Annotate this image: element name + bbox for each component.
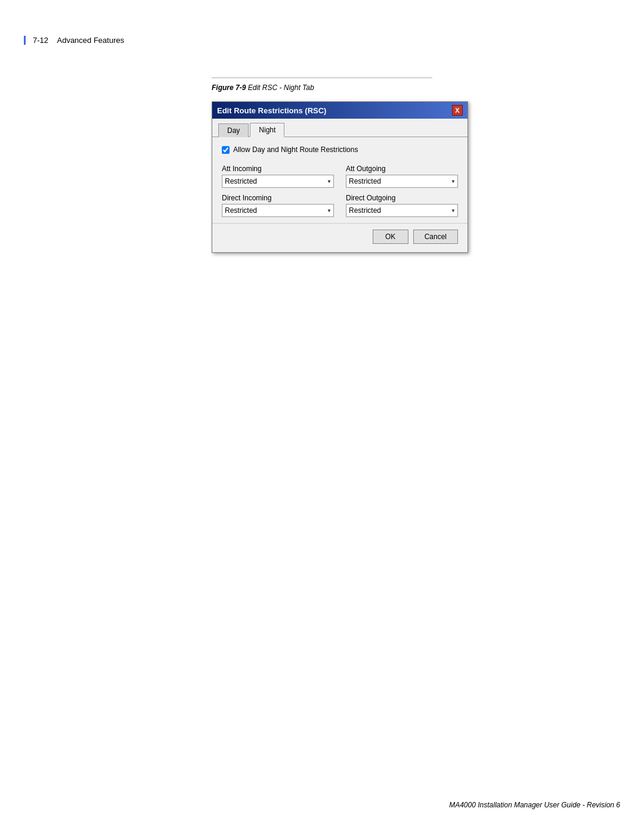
dialog-body: Allow Day and Night Route Restrictions A…	[212, 137, 467, 223]
ok-button[interactable]: OK	[373, 230, 408, 244]
figure-caption-text: Edit RSC - Night Tab	[248, 83, 314, 92]
page-header: 7-12 Advanced Features	[24, 36, 620, 45]
direct-outgoing-select-wrapper: Restricted Allowed None	[346, 204, 458, 217]
att-outgoing-group: Att Outgoing Restricted Allowed None	[346, 165, 458, 188]
chapter-title: Advanced Features	[57, 36, 124, 45]
page-footer: MA4000 Installation Manager User Guide -…	[449, 801, 620, 809]
fields-grid: Att Incoming Restricted Allowed None Att…	[222, 165, 458, 217]
dialog-footer: OK Cancel	[212, 223, 467, 252]
tab-day[interactable]: Day	[218, 123, 249, 137]
checkbox-label: Allow Day and Night Route Restrictions	[233, 145, 358, 154]
dialog: Edit Route Restrictions (RSC) X Day Nigh…	[212, 101, 468, 253]
checkbox-row: Allow Day and Night Route Restrictions	[222, 145, 458, 154]
att-outgoing-label: Att Outgoing	[346, 165, 458, 173]
figure-label: Figure 7-9	[212, 83, 246, 92]
att-outgoing-select-wrapper: Restricted Allowed None	[346, 175, 458, 188]
chapter-number: 7-12	[33, 36, 48, 45]
direct-outgoing-select[interactable]: Restricted Allowed None	[346, 204, 458, 217]
direct-outgoing-group: Direct Outgoing Restricted Allowed None	[346, 194, 458, 217]
dialog-close-button[interactable]: X	[452, 105, 463, 116]
att-incoming-group: Att Incoming Restricted Allowed None	[222, 165, 334, 188]
att-outgoing-select[interactable]: Restricted Allowed None	[346, 175, 458, 188]
att-incoming-label: Att Incoming	[222, 165, 334, 173]
figure-caption: Figure 7-9 Edit RSC - Night Tab	[212, 83, 314, 92]
direct-outgoing-label: Direct Outgoing	[346, 194, 458, 202]
direct-incoming-label: Direct Incoming	[222, 194, 334, 202]
direct-incoming-group: Direct Incoming Restricted Allowed None	[222, 194, 334, 217]
tab-night[interactable]: Night	[250, 123, 284, 137]
direct-incoming-select-wrapper: Restricted Allowed None	[222, 204, 334, 217]
dialog-title: Edit Route Restrictions (RSC)	[217, 106, 326, 115]
dialog-titlebar: Edit Route Restrictions (RSC) X	[212, 102, 467, 119]
tabs-row: Day Night	[212, 119, 467, 137]
att-incoming-select[interactable]: Restricted Allowed None	[222, 175, 334, 188]
header-divider	[212, 78, 432, 78]
footer-text: MA4000 Installation Manager User Guide -…	[449, 801, 620, 809]
direct-incoming-select[interactable]: Restricted Allowed None	[222, 204, 334, 217]
allow-restrictions-checkbox[interactable]	[222, 146, 230, 154]
cancel-button[interactable]: Cancel	[413, 230, 458, 244]
att-incoming-select-wrapper: Restricted Allowed None	[222, 175, 334, 188]
